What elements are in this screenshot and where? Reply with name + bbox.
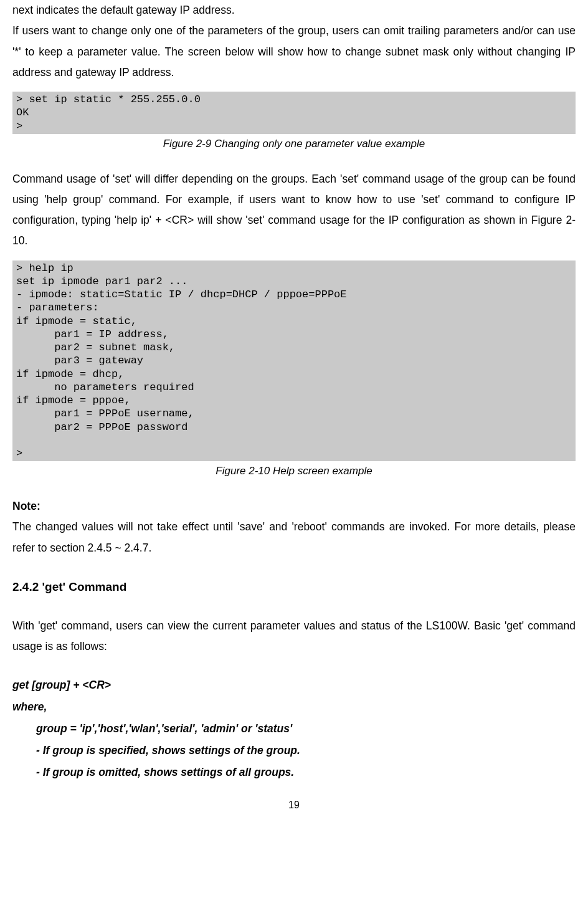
figure-caption-2-9: Figure 2-9 Changing only one parameter v… bbox=[12, 136, 576, 151]
paragraph-intro: If users want to change only one of the … bbox=[12, 21, 576, 83]
paragraph-get: With 'get' command, users can view the c… bbox=[12, 616, 576, 657]
syntax-line-1: get [group] + <CR> bbox=[12, 674, 576, 696]
figure-caption-2-10: Figure 2-10 Help screen example bbox=[12, 464, 576, 479]
note-text: The changed values will not take effect … bbox=[12, 517, 576, 558]
code-block-set-ip: > set ip static * 255.255.0.0 OK > bbox=[12, 92, 576, 134]
section-heading-2-4-2: 2.4.2 'get' Command bbox=[12, 576, 576, 598]
page-number: 19 bbox=[12, 796, 576, 815]
syntax-line-2: where, bbox=[12, 696, 576, 718]
paragraph-intro-line: next indicates the default gateway IP ad… bbox=[12, 0, 576, 21]
code-block-help-ip: > help ip set ip ipmode par1 par2 ... - … bbox=[12, 260, 576, 462]
syntax-line-4: - If group is specified, shows settings … bbox=[12, 740, 576, 762]
syntax-line-3: group = 'ip','host','wlan','serial', 'ad… bbox=[12, 718, 576, 740]
note-heading: Note: bbox=[12, 496, 576, 517]
syntax-block: get [group] + <CR> where, group = 'ip','… bbox=[12, 674, 576, 783]
syntax-line-5: - If group is omitted, shows settings of… bbox=[12, 762, 576, 783]
paragraph-usage: Command usage of 'set' will differ depen… bbox=[12, 169, 576, 252]
